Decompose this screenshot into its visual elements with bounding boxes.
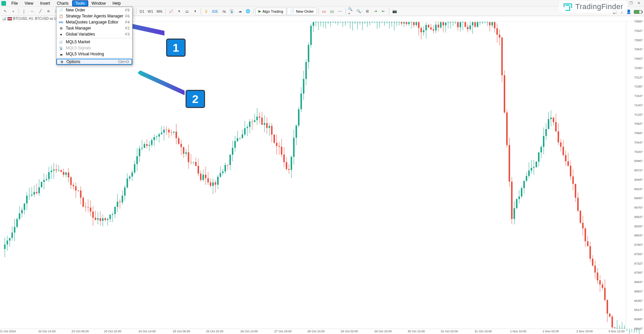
svg-rect-329 bbox=[406, 22, 407, 24]
ide-button[interactable]: IDE bbox=[211, 8, 219, 15]
menu-insert[interactable]: Insert bbox=[37, 0, 53, 6]
template-icon[interactable]: 🗂 bbox=[184, 8, 191, 15]
camera-icon[interactable]: 📷 bbox=[391, 8, 398, 15]
svg-rect-211 bbox=[261, 118, 263, 125]
close-button[interactable]: ✕ bbox=[636, 1, 641, 5]
svg-rect-377 bbox=[464, 22, 466, 27]
svg-rect-493 bbox=[607, 300, 608, 314]
globe-icon[interactable]: 🌐 bbox=[244, 8, 252, 15]
svg-rect-103 bbox=[129, 176, 130, 178]
svg-rect-27 bbox=[36, 192, 37, 193]
hline-tool-icon[interactable]: ─ bbox=[29, 8, 36, 15]
tools-menu-item-3[interactable]: ⚙Task ManagerF2 bbox=[56, 25, 132, 31]
menu-tools[interactable]: Tools bbox=[72, 0, 88, 6]
new-order-button[interactable]: 📄 New Order bbox=[287, 8, 317, 15]
tools-menu-item-6[interactable]: 🛒MQL5 Market bbox=[56, 39, 132, 45]
zoom-in-icon[interactable]: 🔍+ bbox=[348, 8, 355, 15]
svg-rect-331 bbox=[408, 22, 409, 24]
svg-rect-157 bbox=[195, 162, 196, 166]
y-tick: 70927 bbox=[634, 122, 643, 125]
candle-chart-icon[interactable]: ⫿⫿ bbox=[329, 8, 336, 15]
svg-rect-441 bbox=[543, 136, 544, 147]
svg-rect-373 bbox=[460, 22, 461, 27]
svg-rect-313 bbox=[386, 22, 388, 22]
chart-area[interactable]: 7356773327730877284772607723677212771887… bbox=[0, 21, 644, 334]
svg-rect-353 bbox=[435, 25, 437, 31]
y-tick: 73567 bbox=[634, 20, 643, 23]
svg-rect-371 bbox=[457, 22, 458, 27]
y-tick: 66847 bbox=[634, 280, 643, 284]
channel-tool-icon[interactable]: ≋ bbox=[45, 8, 52, 15]
svg-rect-453 bbox=[558, 131, 559, 143]
svg-rect-125 bbox=[156, 136, 157, 137]
maximize-button[interactable]: ❐ bbox=[628, 1, 634, 5]
vline-tool-icon[interactable]: │ bbox=[20, 8, 28, 15]
svg-rect-219 bbox=[271, 126, 273, 135]
svg-rect-61 bbox=[78, 190, 79, 191]
menu-item-icon: ⚙ bbox=[59, 59, 64, 64]
crosshair-tool-icon[interactable]: ＋ bbox=[9, 8, 17, 15]
svg-rect-161 bbox=[200, 174, 201, 180]
y-tick: 72607 bbox=[634, 57, 643, 60]
bar-chart-icon[interactable]: ⫾⫾ bbox=[320, 8, 328, 15]
y-tick: 69007 bbox=[634, 197, 643, 200]
svg-rect-261 bbox=[323, 22, 324, 22]
svg-rect-419 bbox=[516, 199, 517, 208]
vps-icon[interactable]: ☁ bbox=[236, 8, 244, 15]
candlestick-chart[interactable] bbox=[0, 21, 644, 334]
cursor-tool-icon[interactable]: ↖ bbox=[1, 8, 9, 15]
svg-rect-129 bbox=[161, 133, 162, 134]
algo-trading-button[interactable]: ▶ Algo Trading bbox=[255, 8, 286, 15]
svg-marker-521 bbox=[138, 70, 185, 95]
chevron-down-icon[interactable]: ▾ bbox=[176, 8, 183, 15]
menu-item-shortcut: Ctrl+O bbox=[118, 60, 129, 64]
menu-view[interactable]: View bbox=[21, 0, 37, 6]
svg-rect-301 bbox=[371, 22, 373, 22]
signals-icon[interactable]: 📡 bbox=[228, 8, 236, 15]
tools-menu-item-0[interactable]: 📄New OrderF9 bbox=[56, 7, 132, 13]
grid-icon[interactable]: ⊞ bbox=[364, 8, 371, 15]
menu-item-label: MetaQuotes Language Editor bbox=[66, 20, 125, 24]
tools-menu-item-1[interactable]: 📋Strategy Tester Agents ManagerF6 bbox=[56, 13, 132, 19]
brand-watermark: TradingFinder bbox=[559, 1, 627, 13]
menu-charts[interactable]: Charts bbox=[53, 0, 72, 6]
zoom-out-icon[interactable]: 🔍- bbox=[356, 8, 363, 15]
menu-bar: File View Insert Charts Tools Window Hel… bbox=[0, 0, 644, 7]
line-chart-icon[interactable]: 📈 bbox=[167, 8, 175, 15]
menu-file[interactable]: File bbox=[8, 0, 21, 6]
svg-rect-283 bbox=[349, 22, 351, 22]
y-tick: 71887 bbox=[634, 85, 643, 88]
svg-rect-225 bbox=[279, 146, 280, 147]
menu-help[interactable]: Help bbox=[109, 0, 124, 6]
svg-rect-71 bbox=[90, 208, 91, 212]
menu-window[interactable]: Window bbox=[88, 0, 109, 6]
tools-menu-item-8[interactable]: ☁MQL5 Virtual Hosting bbox=[56, 51, 132, 57]
line-chart2-icon[interactable]: 〰 bbox=[337, 8, 344, 15]
svg-rect-503 bbox=[619, 328, 620, 328]
svg-rect-483 bbox=[594, 266, 596, 273]
shift-icon[interactable]: ⇥ bbox=[372, 8, 379, 15]
y-tick: 65887 bbox=[634, 318, 643, 321]
market-icon[interactable]: 🛍 bbox=[220, 8, 228, 15]
y-tick: 71407 bbox=[634, 104, 643, 107]
tools-menu-item-2[interactable]: IDEMetaQuotes Language EditorF4 bbox=[56, 19, 132, 25]
tools-menu-item-4[interactable]: ●Global VariablesF3 bbox=[56, 31, 132, 37]
svg-rect-77 bbox=[97, 218, 99, 220]
brand-name: TradingFinder bbox=[575, 2, 623, 11]
menu-item-shortcut: F9 bbox=[125, 8, 130, 12]
autoscroll-icon[interactable]: ⇤ bbox=[380, 8, 387, 15]
svg-rect-459 bbox=[565, 155, 566, 161]
y-tick: 68287 bbox=[634, 225, 643, 228]
chevron-down-icon[interactable]: ▾ bbox=[192, 8, 199, 15]
svg-rect-195 bbox=[242, 134, 243, 138]
x-tick: 24 Oct 14:00 bbox=[138, 330, 156, 333]
svg-rect-135 bbox=[168, 130, 169, 132]
x-tick: 25 Oct 22:00 bbox=[206, 330, 224, 333]
dollar-icon[interactable]: $ bbox=[203, 8, 210, 15]
trendline-tool-icon[interactable]: ╱ bbox=[37, 8, 44, 15]
tools-menu-item-10[interactable]: ⚙OptionsCtrl+O bbox=[56, 59, 132, 65]
svg-rect-1 bbox=[4, 244, 5, 249]
svg-rect-133 bbox=[166, 130, 167, 130]
svg-rect-265 bbox=[328, 22, 329, 22]
svg-rect-119 bbox=[149, 145, 150, 146]
